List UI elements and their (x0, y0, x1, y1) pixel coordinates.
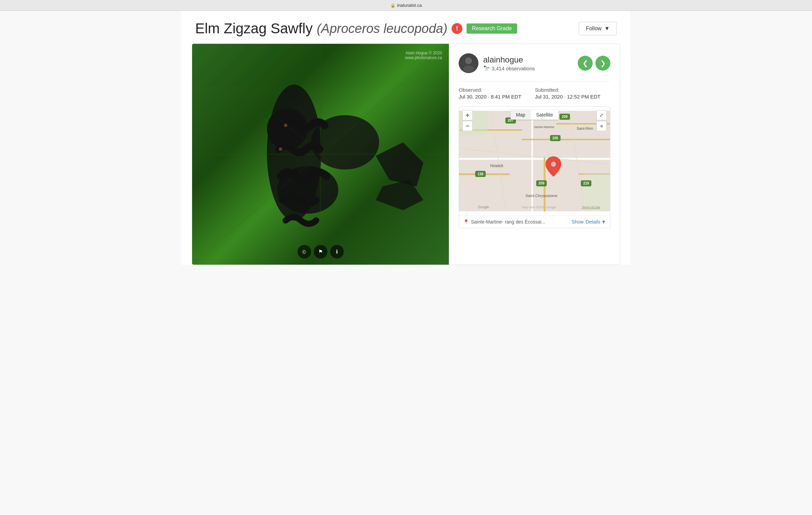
map-footer: 📍 Sainte-Martine- rang des Écossai... Sh… (459, 215, 610, 228)
follow-button[interactable]: Follow ▼ (579, 22, 617, 35)
observation-card: Alain Hogue © 2020 www.photonature.ca (192, 43, 620, 265)
submitted-value: Jul 31, 2020 · 12:52 PM EDT (535, 94, 600, 100)
svg-text:209: 209 (562, 115, 568, 119)
map-zoom-controls: + − (462, 110, 473, 131)
tab-satellite[interactable]: Satellite (531, 110, 559, 120)
next-arrow-icon: ❯ (600, 59, 606, 67)
details-chevron-icon: ▼ (601, 219, 606, 225)
avatar-image (459, 53, 478, 73)
svg-text:219: 219 (583, 181, 589, 185)
map-fullscreen-button[interactable]: ⤢ (596, 110, 607, 120)
user-row: alainhogue 🔭 3,414 observations ❮ ❯ (459, 53, 610, 73)
svg-rect-16 (459, 158, 610, 160)
photo-section: Alain Hogue © 2020 www.photonature.ca (192, 44, 449, 265)
dates-row: Observed: Jul 30, 2020 · 8:41 PM EDT Sub… (459, 87, 610, 100)
page-content: Elm Zigzag Sawfly (Aproceros leucopoda) … (182, 11, 630, 265)
svg-point-13 (465, 57, 472, 64)
info-button[interactable]: ℹ (330, 245, 344, 259)
observed-date-group: Observed: Jul 30, 2020 · 8:41 PM EDT (459, 87, 521, 100)
lock-icon: 🔒 (390, 3, 395, 8)
copyright-button[interactable]: © (298, 245, 311, 259)
layers-icon: ≡ (600, 123, 603, 129)
user-details: alainhogue 🔭 3,414 observations (483, 55, 535, 72)
svg-rect-20 (522, 139, 610, 140)
submitted-label: Submitted: (535, 87, 600, 93)
map-svg: 207 209 205 138 209 (459, 107, 610, 215)
photo-controls: © ⚑ ℹ (298, 245, 344, 259)
browser-bar: 🔒 inaturalist.ca (0, 0, 812, 11)
svg-text:Map data ©2020 Google: Map data ©2020 Google (522, 206, 556, 209)
location-pin-icon: 📍 (463, 219, 469, 225)
follow-chevron-icon: ▼ (604, 25, 610, 32)
binoculars-icon: 🔭 (483, 65, 490, 72)
svg-text:Google: Google (478, 205, 489, 209)
title-group: Elm Zigzag Sawfly (Aproceros leucopoda) … (195, 20, 517, 37)
avatar[interactable] (459, 53, 478, 73)
svg-text:Sainte-Martine: Sainte-Martine (534, 125, 554, 129)
map-tabs: Map Satellite (510, 110, 558, 120)
research-grade-badge: Research Grade (467, 23, 517, 34)
map-zoom-out-button[interactable]: − (462, 121, 473, 131)
divider (459, 81, 610, 82)
map-details-link[interactable]: Details ▼ (586, 219, 606, 225)
prev-observation-button[interactable]: ❮ (578, 56, 593, 71)
navigation-arrows: ❮ ❯ (578, 56, 610, 71)
svg-text:Howick: Howick (490, 164, 504, 168)
fullscreen-icon: ⤢ (599, 112, 604, 118)
follow-label: Follow (586, 25, 602, 32)
details-label: Details (586, 219, 600, 225)
submitted-date-group: Submitted: Jul 31, 2020 · 12:52 PM EDT (535, 87, 600, 100)
observed-label: Observed: (459, 87, 521, 93)
map-layers-button[interactable]: ≡ (596, 121, 607, 131)
observations-count: 3,414 observations (492, 66, 535, 71)
zoom-out-icon: − (466, 123, 470, 130)
info-section: alainhogue 🔭 3,414 observations ❮ ❯ (449, 44, 620, 265)
map-show-link[interactable]: Show (572, 219, 583, 225)
copyright-icon: © (302, 249, 306, 255)
svg-text:138: 138 (477, 172, 483, 176)
svg-text:Saint-Chrysostome: Saint-Chrysostome (525, 194, 557, 198)
alert-icon[interactable]: ! (452, 23, 462, 34)
svg-text:205: 205 (553, 136, 558, 140)
next-observation-button[interactable]: ❯ (595, 56, 610, 71)
flag-icon: ⚑ (318, 249, 323, 255)
svg-text:Terms of Use: Terms of Use (582, 206, 600, 209)
svg-point-8 (284, 124, 287, 127)
svg-point-9 (279, 147, 282, 151)
user-info: alainhogue 🔭 3,414 observations (459, 53, 535, 73)
zoom-in-icon: + (466, 112, 470, 119)
common-name: Elm Zigzag Sawfly (195, 20, 312, 37)
observed-value: Jul 30, 2020 · 8:41 PM EDT (459, 94, 521, 100)
user-observations: 🔭 3,414 observations (483, 65, 535, 72)
observation-header: Elm Zigzag Sawfly (Aproceros leucopoda) … (182, 11, 630, 43)
tab-map[interactable]: Map (510, 110, 530, 120)
photo-svg-overlay (192, 44, 449, 265)
svg-text:209: 209 (539, 181, 544, 185)
username[interactable]: alainhogue (483, 55, 535, 65)
map-zoom-in-button[interactable]: + (462, 110, 473, 120)
map-container: + − Map Satellite ≡ ⤢ (459, 106, 610, 228)
observation-photo[interactable]: Alain Hogue © 2020 www.photonature.ca (192, 44, 449, 265)
map-view[interactable]: 207 209 205 138 209 (459, 107, 610, 215)
svg-text:Saint-Rém: Saint-Rém (577, 127, 593, 130)
svg-point-46 (551, 162, 556, 167)
flag-button[interactable]: ⚑ (314, 245, 327, 259)
scientific-name: (Aproceros leucopoda) (317, 21, 447, 36)
svg-point-14 (463, 66, 474, 72)
prev-arrow-icon: ❮ (582, 59, 588, 67)
location-text: Sainte-Martine- rang des Écossai... (471, 219, 570, 225)
url-display: inaturalist.ca (397, 3, 422, 8)
svg-marker-10 (376, 142, 423, 187)
info-icon: ℹ (336, 249, 338, 255)
